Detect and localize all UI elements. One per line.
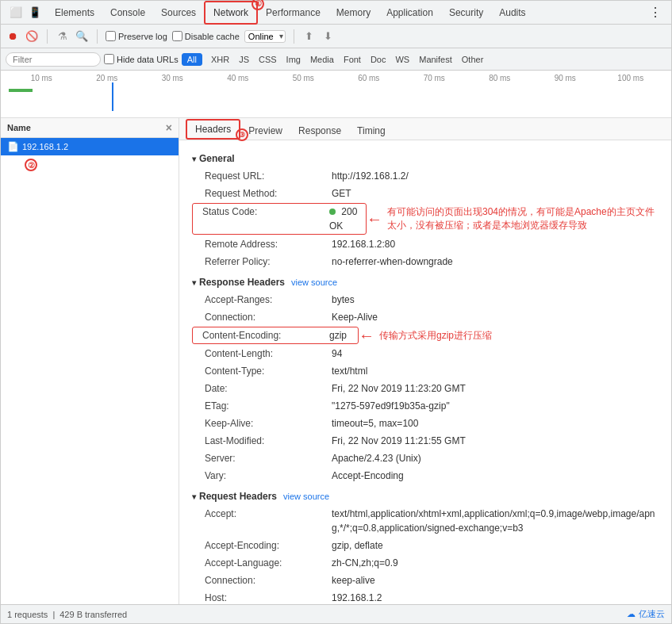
hide-data-urls-checkbox[interactable] [104, 54, 114, 64]
filter-media[interactable]: Media [306, 54, 338, 65]
keep-alive-label: Keep-Alive: [205, 416, 332, 431]
filter-bar: Hide data URLs All XHR JS CSS Img Media … [1, 48, 671, 71]
server-value: Apache/2.4.23 (Unix) [332, 451, 421, 465]
separator-3 [294, 29, 294, 44]
export-icon[interactable]: ⬇ [321, 29, 336, 44]
device-icon[interactable]: 📱 [28, 6, 42, 20]
network-toolbar: ⏺ 🚫 ⚗ 🔍 Preserve log Disable cache Onlin… [1, 25, 671, 48]
encoding-annotation-text: 传输方式采用gzip进行压缩 [379, 329, 492, 343]
accept-ranges-value: bytes [332, 293, 355, 307]
import-icon[interactable]: ⬆ [302, 29, 317, 44]
tab-audits[interactable]: Audits [491, 1, 533, 25]
etag-value: "1275-597ed9f19b35a-gzip" [332, 399, 450, 413]
record-button[interactable]: ⏺ [6, 29, 20, 44]
filter-font[interactable]: Font [340, 54, 365, 65]
request-list: Name × 📄 192.168.1.2 ② [1, 118, 179, 604]
server-label: Server: [205, 451, 332, 465]
etag-row: ETag: "1275-597ed9f19b35a-gzip" [192, 397, 659, 415]
search-icon[interactable]: 🔍 [75, 29, 89, 44]
clear-button[interactable]: 🚫 [25, 29, 39, 44]
req-accept-encoding-value: gzip, deflate [332, 538, 383, 553]
request-url-label: Request URL: [205, 169, 332, 183]
inspect-icon[interactable]: ⬜ [9, 6, 23, 20]
tab-application[interactable]: Application [378, 1, 441, 25]
date-value: Fri, 22 Nov 2019 11:23:20 GMT [332, 381, 466, 396]
throttle-wrapper: Online [244, 30, 286, 43]
filter-img[interactable]: Img [282, 54, 305, 65]
timeline-90ms: 90 ms [532, 74, 598, 82]
accept-ranges-row: Accept-Ranges: bytes [192, 291, 659, 308]
status-separator: | [52, 610, 55, 619]
connection-row: Connection: Keep-Alive [192, 308, 659, 326]
content-length-label: Content-Length: [205, 346, 332, 361]
preserve-log-checkbox[interactable] [106, 31, 116, 41]
filter-ws[interactable]: WS [391, 54, 413, 65]
preserve-log-label[interactable]: Preserve log [106, 31, 167, 41]
remote-address-row: Remote Address: 192.168.1.2:80 [192, 235, 659, 253]
tab-headers[interactable]: Headers ③ [186, 119, 240, 140]
detail-content: General Request URL: http://192.168.1.2/… [179, 140, 671, 604]
transferred-size: 429 B transferred [60, 610, 127, 619]
request-headers-section-header[interactable]: Request Headers view source [192, 491, 659, 502]
accept-ranges-label: Accept-Ranges: [205, 293, 332, 307]
timeline-labels: 10 ms 20 ms 30 ms 40 ms 50 ms 60 ms 70 m… [1, 71, 671, 82]
timeline-chart [9, 82, 663, 111]
filter-all-btn[interactable]: All [182, 53, 202, 66]
req-host-value: 192.168.1.2 [332, 591, 382, 604]
filter-js[interactable]: JS [235, 54, 253, 65]
timeline-30ms: 30 ms [140, 74, 205, 82]
encoding-annotation: ← 传输方式采用gzip进行压缩 [359, 327, 492, 343]
filter-icon[interactable]: ⚗ [56, 29, 70, 44]
disable-cache-label[interactable]: Disable cache [172, 31, 240, 41]
general-section-header[interactable]: General [192, 153, 659, 164]
throttle-select[interactable]: Online [244, 30, 286, 43]
filter-other[interactable]: Other [458, 54, 488, 65]
hide-data-urls-label[interactable]: Hide data URLs [104, 54, 179, 64]
request-item-192-168-1-2[interactable]: 📄 192.168.1.2 ② [1, 138, 179, 155]
more-icon[interactable]: ⋮ [643, 5, 668, 20]
tab-security[interactable]: Security [441, 1, 491, 25]
filter-doc[interactable]: Doc [367, 54, 390, 65]
etag-label: ETag: [205, 399, 332, 413]
request-url-row: Request URL: http://192.168.1.2/ [192, 167, 659, 185]
content-type-label: Content-Type: [205, 364, 332, 378]
response-view-source-link[interactable]: view source [291, 278, 337, 287]
filter-manifest[interactable]: Manifest [415, 54, 456, 65]
request-view-source-link[interactable]: view source [283, 492, 329, 501]
brand-logo: ☁ 亿速云 [627, 608, 665, 620]
tab-timing[interactable]: Timing [349, 122, 394, 140]
tab-response[interactable]: Response [290, 122, 349, 140]
filter-css[interactable]: CSS [255, 54, 281, 65]
tab-memory[interactable]: Memory [328, 1, 378, 25]
server-row: Server: Apache/2.4.23 (Unix) [192, 450, 659, 467]
response-headers-section-header[interactable]: Response Headers view source [192, 277, 659, 288]
tab-sources[interactable]: Sources [153, 1, 204, 25]
vary-row: Vary: Accept-Encoding [192, 467, 659, 484]
request-name: 192.168.1.2 [22, 142, 68, 151]
filter-input[interactable] [6, 52, 101, 67]
req-accept-encoding-label: Accept-Encoding: [205, 538, 332, 553]
timeline-70ms: 70 ms [401, 74, 467, 82]
req-host-label: Host: [205, 591, 332, 604]
req-accept-language-value: zh-CN,zh;q=0.9 [332, 556, 398, 570]
req-accept-encoding-row: Accept-Encoding: gzip, deflate [192, 537, 659, 554]
filter-xhr[interactable]: XHR [207, 54, 233, 65]
status-code-outer: Status Code: 200 OK ← 有可能访问的页面出现304的情况，有… [192, 202, 659, 235]
referrer-policy-row: Referrer Policy: no-referrer-when-downgr… [192, 253, 659, 270]
devtools-window: ⬜ 📱 Elements Console Sources Network ① P… [0, 0, 672, 624]
close-detail-icon[interactable]: × [166, 121, 172, 134]
tab-preview[interactable]: Preview [240, 122, 290, 140]
separator-2 [97, 29, 98, 44]
tab-network[interactable]: Network ① [204, 1, 258, 25]
req-accept-row: Accept: text/html,application/xhtml+xml,… [192, 505, 659, 537]
remote-address-value: 192.168.1.2:80 [332, 237, 395, 251]
timeline-80ms: 80 ms [467, 74, 533, 82]
tab-console[interactable]: Console [102, 1, 153, 25]
timeline-100ms: 100 ms [598, 74, 664, 82]
request-method-label: Request Method: [205, 186, 332, 201]
tab-performance[interactable]: Performance [258, 1, 328, 25]
tab-elements[interactable]: Elements [47, 1, 102, 25]
content-encoding-label: Content-Encoding: [202, 328, 329, 343]
disable-cache-checkbox[interactable] [172, 31, 182, 41]
connection-value: Keep-Alive [332, 310, 378, 324]
